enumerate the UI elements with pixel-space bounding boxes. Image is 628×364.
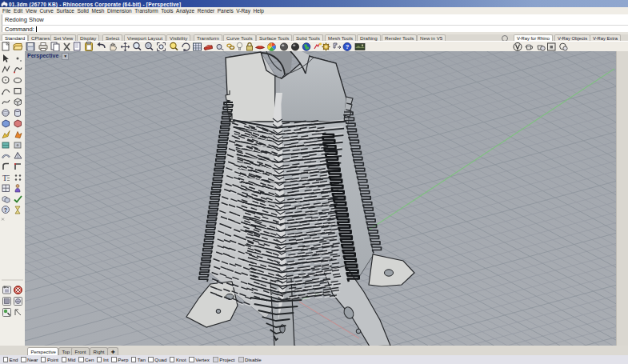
svg-text:?: ?: [346, 43, 350, 50]
svg-text:T: T: [2, 174, 7, 182]
svg-text:?: ?: [4, 207, 7, 213]
